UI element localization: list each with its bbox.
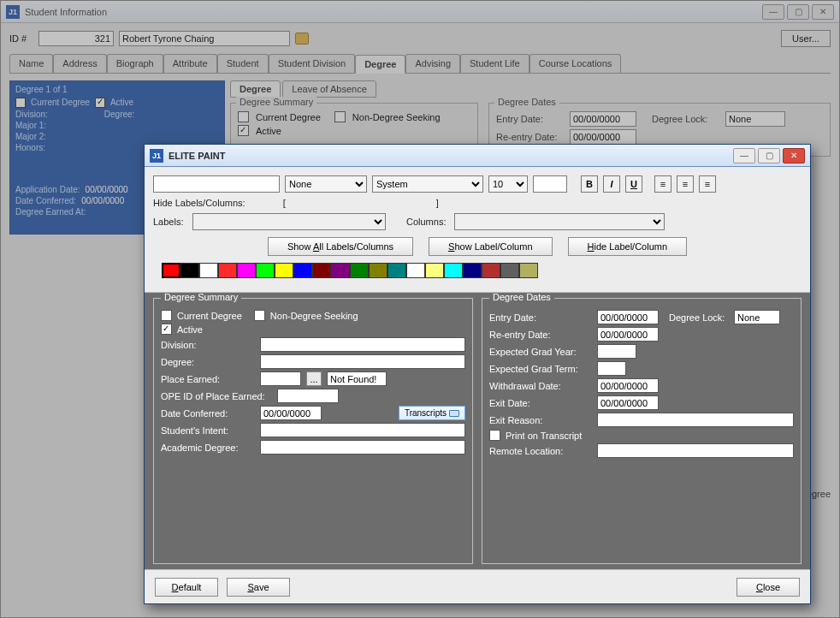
align-right-button[interactable]: ≡ <box>699 175 716 193</box>
modal-maximize-icon[interactable]: ▢ <box>758 148 780 163</box>
modal-division-label: Division: <box>161 340 255 350</box>
show-all-button[interactable]: Show All Labels/Columns <box>268 237 413 256</box>
swatch-11[interactable] <box>369 263 387 278</box>
swatch-16[interactable] <box>463 263 482 278</box>
subtab-degree[interactable]: Degree <box>230 80 281 98</box>
modal-intent-input[interactable] <box>260 423 465 437</box>
modal-placeearned-status <box>327 371 387 386</box>
modal-summary-legend: Degree Summary <box>161 293 241 302</box>
modal-reentry-input[interactable] <box>597 327 659 342</box>
modal-expterm-label: Expected Grad Term: <box>489 364 592 374</box>
id-name-input[interactable] <box>119 31 290 46</box>
close-icon[interactable]: ✕ <box>812 4 834 20</box>
close-button[interactable]: Close <box>736 578 800 597</box>
bracket-right: ] <box>436 198 439 208</box>
swatch-15[interactable] <box>444 263 463 278</box>
maximize-icon[interactable]: ▢ <box>787 4 809 20</box>
sidebar-active-checkbox[interactable] <box>95 98 105 108</box>
modal-academicdegree-input[interactable] <box>260 440 465 455</box>
show-button[interactable]: Show Label/Column <box>429 237 552 256</box>
modal-entry-input[interactable] <box>597 310 659 324</box>
swatch-3[interactable] <box>218 263 237 278</box>
folder-icon[interactable] <box>295 33 309 45</box>
bg-entry-input[interactable] <box>570 111 636 127</box>
tab-address[interactable]: Address <box>53 54 106 73</box>
modal-dateconf-input[interactable] <box>260 406 322 420</box>
modal-expterm-input[interactable] <box>597 361 626 376</box>
toolbar-color-input[interactable] <box>533 175 567 193</box>
modal-division-input[interactable] <box>260 337 465 352</box>
swatch-1[interactable] <box>180 263 199 278</box>
user-button[interactable]: User... <box>781 30 831 47</box>
tab-student-division[interactable]: Student Division <box>269 54 356 73</box>
swatch-17[interactable] <box>482 263 500 278</box>
swatch-13[interactable] <box>406 263 425 278</box>
align-left-button[interactable]: ≡ <box>654 175 671 193</box>
bg-reentry-input[interactable] <box>570 129 636 145</box>
italic-button[interactable]: I <box>603 175 620 193</box>
modal-degree-dates-fieldset: Degree Dates Entry Date: Degree Lock: Re… <box>482 298 802 564</box>
modal-exitreason-input[interactable] <box>597 413 794 427</box>
swatch-7[interactable] <box>293 263 312 278</box>
swatch-9[interactable] <box>331 263 350 278</box>
modal-remote-label: Remote Location: <box>489 446 592 456</box>
swatch-12[interactable] <box>387 263 406 278</box>
default-button[interactable]: Default <box>155 578 218 597</box>
hide-button[interactable]: Hide Label/Column <box>568 237 688 256</box>
modal-current-degree-label: Current Degree <box>177 311 242 321</box>
save-button[interactable]: Save <box>227 578 290 597</box>
swatch-18[interactable] <box>500 263 519 278</box>
modal-printtranscript-checkbox[interactable] <box>489 430 500 441</box>
modal-close-icon[interactable]: ✕ <box>783 148 805 163</box>
swatch-10[interactable] <box>350 263 369 278</box>
modal-nondegree-checkbox[interactable] <box>254 310 265 321</box>
toolbar-size-select[interactable]: 10 <box>488 175 528 193</box>
swatch-14[interactable] <box>425 263 444 278</box>
toolbar-style-select[interactable]: None <box>285 175 367 193</box>
modal-degreelock-input[interactable] <box>734 310 780 324</box>
tab-student-life[interactable]: Student Life <box>460 54 529 73</box>
swatch-2[interactable] <box>199 263 218 278</box>
modal-active-checkbox[interactable] <box>161 324 172 335</box>
swatch-0[interactable] <box>162 263 180 278</box>
id-number-input[interactable] <box>38 31 114 46</box>
modal-placeearned-browse-button[interactable]: ... <box>306 371 322 386</box>
tab-advising[interactable]: Advising <box>405 54 460 73</box>
bg-degreelock-input[interactable] <box>725 111 785 127</box>
bg-active-checkbox[interactable] <box>238 125 249 136</box>
bg-current-degree-checkbox[interactable] <box>238 111 249 122</box>
swatch-19[interactable] <box>519 263 538 278</box>
columns-select[interactable] <box>454 213 665 230</box>
modal-expyear-input[interactable] <box>597 344 636 359</box>
modal-current-degree-checkbox[interactable] <box>161 310 172 321</box>
swatch-6[interactable] <box>275 263 293 278</box>
swatch-5[interactable] <box>256 263 275 278</box>
modal-transcripts-button[interactable]: Transcripts <box>399 406 465 420</box>
align-center-button[interactable]: ≡ <box>677 175 694 193</box>
swatch-4[interactable] <box>237 263 256 278</box>
modal-placeearned-input[interactable] <box>260 371 301 386</box>
underline-button[interactable]: U <box>625 175 642 193</box>
bold-button[interactable]: B <box>581 175 598 193</box>
minimize-icon[interactable]: — <box>762 4 784 20</box>
tab-course-locations[interactable]: Course Locations <box>529 54 622 73</box>
tab-student[interactable]: Student <box>217 54 269 73</box>
toolbar-font-select[interactable]: System <box>372 175 483 193</box>
modal-opeid-input[interactable] <box>277 389 339 403</box>
modal-exit-input[interactable] <box>597 395 659 410</box>
toolbar-text-input[interactable] <box>153 175 280 193</box>
tab-attribute[interactable]: Attribute <box>163 54 217 73</box>
tab-name[interactable]: Name <box>9 54 53 73</box>
modal-degree-input[interactable] <box>260 354 465 369</box>
tab-biograph[interactable]: Biograph <box>107 54 163 73</box>
labels-select[interactable] <box>192 213 386 230</box>
modal-withdrawal-input[interactable] <box>597 378 659 393</box>
modal-minimize-icon[interactable]: — <box>733 148 755 163</box>
sidebar-division-label: Division: <box>15 110 48 119</box>
subtab-loa[interactable]: Leave of Absence <box>282 80 376 98</box>
swatch-8[interactable] <box>312 263 331 278</box>
bg-nondegree-checkbox[interactable] <box>334 111 346 122</box>
modal-remote-input[interactable] <box>597 443 794 458</box>
sidebar-current-degree-checkbox[interactable] <box>15 98 26 108</box>
tab-degree[interactable]: Degree <box>355 55 405 74</box>
